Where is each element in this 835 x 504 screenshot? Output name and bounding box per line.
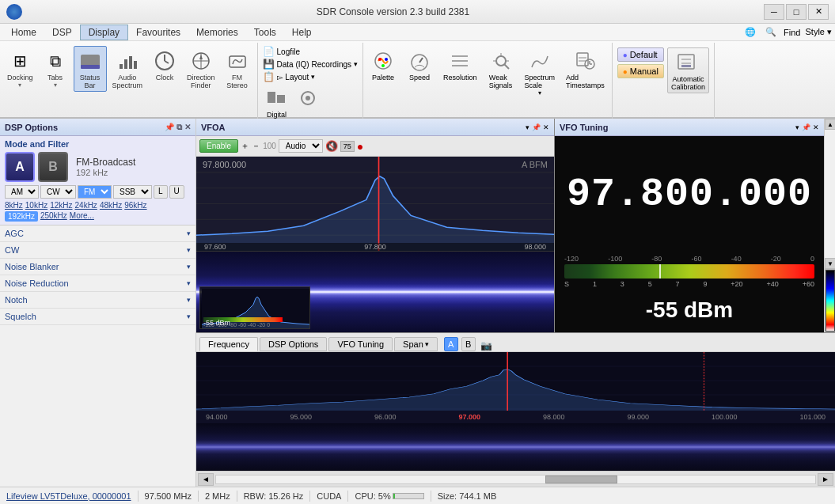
scroll-track[interactable] xyxy=(825,130,835,258)
tab-dsp-options[interactable]: DSP Options xyxy=(260,337,327,351)
find-label[interactable]: Find xyxy=(784,28,800,37)
maximize-button[interactable]: □ xyxy=(786,4,807,20)
bw-250khz[interactable]: 250kHz xyxy=(40,211,67,222)
bw-8khz[interactable]: 8kHz xyxy=(5,201,23,210)
bw-48khz[interactable]: 48kHz xyxy=(100,201,122,210)
add-timestamps-button[interactable]: AddTimestamps xyxy=(562,46,609,92)
filter-l-button[interactable]: L xyxy=(154,185,168,199)
rbw-status: RBW: 15.26 Hz xyxy=(244,491,304,501)
menu-dsp[interactable]: DSP xyxy=(44,25,80,40)
vfoa-mute-icon[interactable]: 🔇 xyxy=(325,140,338,152)
ssb-select[interactable]: SSB xyxy=(113,185,152,199)
menu-tools[interactable]: Tools xyxy=(246,25,284,40)
noise-blanker-section[interactable]: Noise Blanker▾ xyxy=(0,259,195,275)
bw-24khz[interactable]: 24kHz xyxy=(75,201,97,210)
tab-frequency[interactable]: Frequency xyxy=(199,337,258,351)
tabs-button[interactable]: ⧉ Tabs ▾ xyxy=(39,46,72,91)
search-globe-icon[interactable]: 🌐 xyxy=(742,25,758,40)
dsp-panel-close[interactable]: ✕ xyxy=(184,123,191,131)
direction-finder-button[interactable]: DirectionFinder xyxy=(183,46,219,92)
vfo-pin[interactable]: 📌 xyxy=(802,123,810,131)
bw-96khz[interactable]: 96kHz xyxy=(124,201,146,210)
vfo-b-tab-button[interactable]: B xyxy=(461,337,476,351)
ribbon: ⊞ Docking ▾ ⧉ Tabs ▾ StatusBar xyxy=(0,41,835,119)
vfoa-minus-icon[interactable]: － xyxy=(252,140,260,152)
bw-more[interactable]: More... xyxy=(70,211,94,222)
vfoa-add-icon[interactable]: ＋ xyxy=(241,140,249,152)
noise-reduction-section[interactable]: Noise Reduction▾ xyxy=(0,275,195,292)
bw-12khz[interactable]: 12kHz xyxy=(50,201,72,210)
logfile-button[interactable]: 📄 Logfile xyxy=(263,46,358,57)
mode-a-button[interactable]: A xyxy=(5,152,35,182)
speed-button[interactable]: Speed xyxy=(403,46,436,84)
vfoa-record-icon[interactable]: ● xyxy=(357,140,363,153)
svg-rect-4 xyxy=(129,56,132,69)
filter-u-button[interactable]: U xyxy=(169,185,184,199)
menu-help[interactable]: Help xyxy=(284,25,320,40)
scroll-down-button[interactable]: ▼ xyxy=(825,258,835,269)
cw-section[interactable]: CW▾ xyxy=(0,242,195,259)
scroll-right-button[interactable]: ► xyxy=(818,473,833,486)
svg-marker-47 xyxy=(196,176,554,251)
device-name[interactable]: Lifeview LV5TDeluxe, 00000001 xyxy=(6,491,131,501)
freq-94: 94.000 xyxy=(206,413,228,421)
squelch-section[interactable]: Squelch▾ xyxy=(0,309,195,325)
auto-calibration-button[interactable]: AutomaticCalibration xyxy=(667,47,709,93)
dsp-panel-float[interactable]: ⧉ xyxy=(176,123,182,132)
scroll-left-button[interactable]: ◄ xyxy=(198,473,214,486)
notch-section[interactable]: Notch▾ xyxy=(0,292,195,309)
statusbar-button[interactable]: StatusBar xyxy=(74,46,107,92)
manual-contrast-button[interactable]: ● Manual xyxy=(617,64,664,78)
vfo-tick-labels: S 1 3 5 7 9 +20 +40 +60 xyxy=(564,280,814,288)
close-button[interactable]: ✕ xyxy=(808,4,829,20)
data-recordings-button[interactable]: 💾 Data (IQ) Recordings ▾ xyxy=(263,59,358,70)
cw-select[interactable]: CW xyxy=(40,185,76,199)
palette-button[interactable]: Palette xyxy=(366,46,400,84)
cpu-bar-container xyxy=(393,493,424,499)
agc-section[interactable]: AGC▾ xyxy=(0,225,195,242)
tab-vfo-tuning[interactable]: VFO Tuning xyxy=(328,337,393,351)
vfoa-dropdown[interactable]: ▾ xyxy=(526,123,529,131)
style-label[interactable]: Style ▾ xyxy=(805,27,832,37)
menu-memories[interactable]: Memories xyxy=(188,25,246,40)
default-contrast-button[interactable]: ● Default xyxy=(617,47,664,62)
menu-favourites[interactable]: Favourites xyxy=(128,25,188,40)
minimize-button[interactable]: ─ xyxy=(764,4,784,20)
svg-rect-1 xyxy=(81,65,100,69)
vfo-ab-buttons: A B xyxy=(444,337,476,351)
spectrum-scale-button[interactable]: SpectrumScale ▾ xyxy=(521,46,560,99)
main-content: DSP Options 📌 ⧉ ✕ Mode and Filter A B FM… xyxy=(0,119,835,487)
svg-point-19 xyxy=(378,58,381,61)
weak-signals-button[interactable]: WeakSignals xyxy=(484,46,518,92)
bw-10khz[interactable]: 10kHz xyxy=(25,201,47,210)
mode-b-button[interactable]: B xyxy=(38,152,68,182)
am-select[interactable]: AM xyxy=(5,185,39,199)
h-scroll-track[interactable] xyxy=(215,475,816,484)
h-scroll-thumb[interactable] xyxy=(545,476,617,483)
audio-select[interactable]: Audio xyxy=(279,139,323,153)
snapshot-button[interactable]: 📷 xyxy=(480,340,492,351)
dsp-options-header: DSP Options 📌 ⧉ ✕ xyxy=(0,119,195,136)
vfoa-pin[interactable]: 📌 xyxy=(532,123,541,131)
enable-button[interactable]: Enable xyxy=(199,139,238,153)
scroll-up-button[interactable]: ▲ xyxy=(825,119,835,130)
menu-display[interactable]: Display xyxy=(80,25,128,40)
fm-stereo-button[interactable]: FMStereo xyxy=(221,46,254,92)
clock-button[interactable]: Clock xyxy=(148,46,181,84)
dsp-panel-pin[interactable]: 📌 xyxy=(165,123,174,131)
vfo-close[interactable]: ✕ xyxy=(813,123,819,131)
vfo-dropdown[interactable]: ▾ xyxy=(795,123,799,131)
audio-spectrum-button[interactable]: AudioSpectrum xyxy=(108,46,147,92)
layout-button[interactable]: 📋 ▻ Layout ▾ xyxy=(263,71,358,82)
tab-span[interactable]: Span ▾ xyxy=(394,337,438,351)
menu-home[interactable]: Home xyxy=(3,25,44,40)
search-icon[interactable]: 🔍 xyxy=(763,25,779,40)
color-strip[interactable] xyxy=(825,269,835,332)
bw-192khz[interactable]: 192kHz xyxy=(5,211,38,222)
fm-select[interactable]: FM xyxy=(78,185,112,199)
vfo-a-tab-button[interactable]: A xyxy=(444,337,458,351)
vfoa-close[interactable]: ✕ xyxy=(543,123,549,131)
resolution-button[interactable]: Resolution xyxy=(439,46,481,84)
center-right-area: VFOA ▾ 📌 ✕ Enable ＋ － 100 Audio 🔇 xyxy=(196,119,835,487)
docking-button[interactable]: ⊞ Docking ▾ xyxy=(3,46,37,91)
